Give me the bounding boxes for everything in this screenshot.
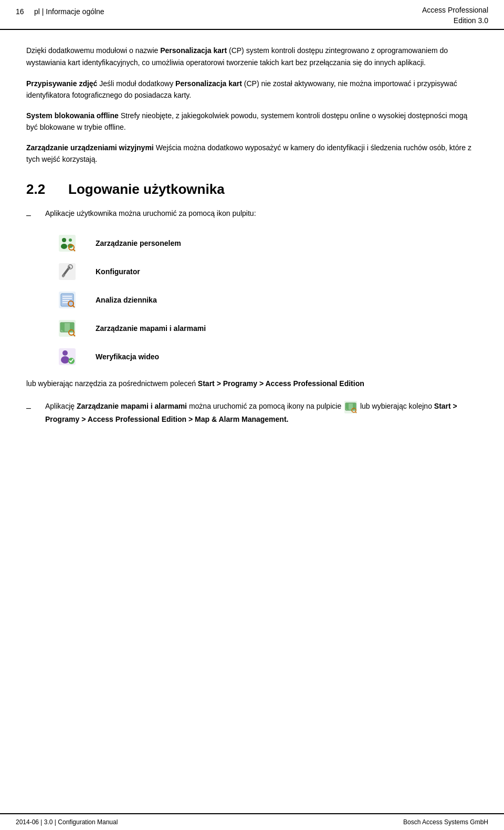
personel-label: Zarządzanie personelem <box>96 239 181 247</box>
mapy-icon <box>58 319 77 338</box>
wideo-label: Weryfikacja wideo <box>96 352 159 361</box>
page-wrapper: 16 pl | Informacje ogólne Access Profess… <box>0 0 504 830</box>
svg-point-3 <box>69 238 72 242</box>
svg-point-26 <box>61 356 69 364</box>
section-title-blokowanie: System blokowania offline <box>26 111 119 120</box>
product-line1: Access Professional <box>422 5 488 16</box>
chapter-number: 2.2 <box>26 182 68 197</box>
section-przypisywanie: Przypisywanie zdjęć Jeśli moduł dodatkow… <box>26 78 478 101</box>
app-row-personel: Zarządzanie personelem <box>58 234 478 253</box>
dziennik-label: Analiza dziennika <box>96 296 157 304</box>
chapter-title: Logowanie użytkownika <box>68 182 225 197</box>
section-wizyjne: Zarządzanie urządzeniami wizyjnymi Wejśc… <box>26 142 478 165</box>
app-row-dziennik: Analiza dziennika <box>58 290 478 309</box>
svg-point-25 <box>62 350 68 356</box>
dash-item-1: – Aplikacje użytkownika można uruchomić … <box>26 208 478 222</box>
intro-paragraph: Dzięki dodatkowemu modułowi o nazwie Per… <box>26 45 478 68</box>
konfigurator-icon <box>58 262 77 281</box>
mapy-label: Zarządzanie mapami i alarmami <box>96 324 206 333</box>
section-blokowanie: System blokowania offline Strefy nieobję… <box>26 110 478 133</box>
dash-item-2: – Aplikację Zarządzanie mapami i alarmam… <box>26 400 478 425</box>
page-number: 16 <box>16 7 24 16</box>
dash-item-1-text: Aplikacje użytkownika można uruchomić za… <box>45 208 478 219</box>
footer-right: Bosch Access Systems GmbH <box>403 818 488 826</box>
breadcrumb: pl | Informacje ogólne <box>34 7 104 16</box>
page-content: Dzięki dodatkowemu modułowi o nazwie Per… <box>0 30 504 813</box>
wideo-icon <box>58 347 77 366</box>
dash-2: – <box>26 400 42 415</box>
svg-rect-11 <box>61 294 74 306</box>
svg-point-1 <box>62 238 66 242</box>
konfigurator-label: Konfigurator <box>96 267 140 276</box>
header-left: 16 pl | Informacje ogólne <box>16 5 104 16</box>
dziennik-icon <box>58 290 77 309</box>
start-menu-paragraph: lub wybierając narzędzia za pośrednictwe… <box>26 378 478 390</box>
page-footer: 2014-06 | 3.0 | Configuration Manual Bos… <box>0 813 504 830</box>
app-row-mapy: Zarządzanie mapami i alarmami <box>58 319 478 338</box>
personel-icon <box>58 234 77 253</box>
product-line2: Edition 3.0 <box>422 16 488 26</box>
chapter-row: 2.2 Logowanie użytkownika <box>26 182 478 197</box>
inline-map-icon <box>344 401 357 413</box>
section-title-wizyjne: Zarządzanie urządzeniami wizyjnymi <box>26 143 154 152</box>
page-header: 16 pl | Informacje ogólne Access Profess… <box>0 0 504 30</box>
dash-item-2-content: Aplikację Zarządzanie mapami i alarmami … <box>45 400 478 425</box>
dash-1: – <box>26 208 42 222</box>
header-right: Access Professional Edition 3.0 <box>422 5 488 26</box>
section-title-przypisywanie: Przypisywanie zdjęć <box>26 79 97 88</box>
app-row-konfigurator: Konfigurator <box>58 262 478 281</box>
footer-left: 2014-06 | 3.0 | Configuration Manual <box>16 818 118 826</box>
app-icon-grid: Zarządzanie personelem Konfigurator <box>58 234 478 366</box>
svg-point-2 <box>61 244 67 249</box>
app-row-wideo: Weryfikacja wideo <box>58 347 478 366</box>
